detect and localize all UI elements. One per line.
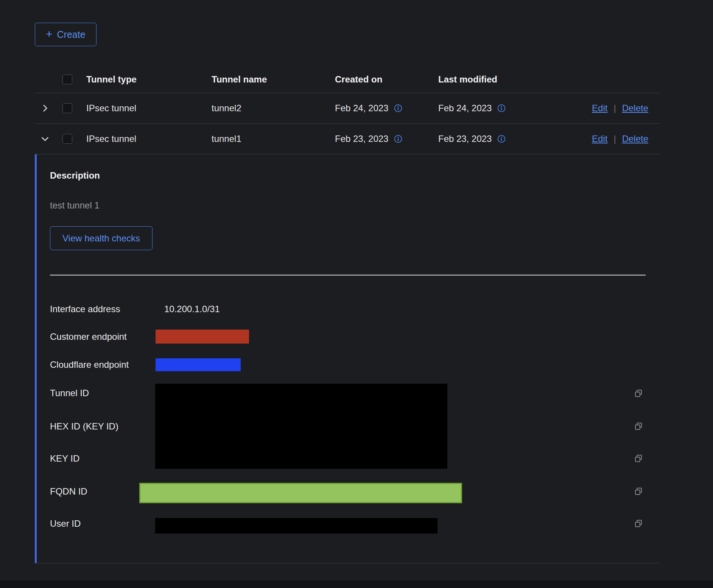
bottom-edge-strip <box>0 580 713 588</box>
fqdn-id-redacted-value <box>139 483 462 503</box>
user-id-label: User ID <box>50 518 81 529</box>
row-checkbox[interactable] <box>62 103 72 113</box>
hex-id-label: HEX ID (KEY ID) <box>50 421 118 432</box>
interface-address-label: Interface address <box>50 303 120 315</box>
created-on-cell: Feb 23, 2023 <box>335 134 388 144</box>
description-label: Description <box>50 154 660 182</box>
tunnel-name-cell: tunnel1 <box>212 134 335 144</box>
table-row: IPsec tunnel tunnel2 Feb 24, 2023 Feb 24… <box>35 93 660 124</box>
header-last-modified: Last modified <box>438 74 534 85</box>
header-tunnel-name: Tunnel name <box>212 74 335 85</box>
tunnel-name-cell: tunnel2 <box>212 103 335 114</box>
view-health-checks-button[interactable]: View health checks <box>50 226 153 250</box>
tunnel-id-label: Tunnel ID <box>50 387 89 399</box>
delete-link[interactable]: Delete <box>622 103 648 114</box>
ipsec-tunnels-page: + Create Tunnel type Tunnel name Created… <box>0 0 713 588</box>
created-on-cell: Feb 24, 2023 <box>335 103 388 114</box>
tunnel-fields: Interface address 10.200.1.0/31 Customer… <box>50 275 660 563</box>
copy-key-id-icon[interactable] <box>634 454 643 464</box>
tunnel-type-cell: IPsec tunnel <box>86 134 212 144</box>
header-tunnel-type: Tunnel type <box>86 74 212 85</box>
description-value: test tunnel 1 <box>50 200 660 211</box>
last-modified-cell: Feb 24, 2023 <box>438 103 492 114</box>
interface-address-value: 10.200.1.0/31 <box>164 303 220 315</box>
customer-endpoint-redacted-value <box>156 330 249 344</box>
tunnel-type-cell: IPsec tunnel <box>86 103 212 114</box>
action-separator: | <box>613 103 616 114</box>
tunnel-ids-redacted-block <box>155 384 447 469</box>
table-header-row: Tunnel type Tunnel name Created on Last … <box>35 66 660 93</box>
select-all-checkbox[interactable] <box>62 75 72 84</box>
info-icon[interactable] <box>394 104 403 113</box>
header-created-on: Created on <box>335 74 438 85</box>
copy-tunnel-id-icon[interactable] <box>634 389 643 398</box>
tunnel-detail-panel: Description test tunnel 1 View health ch… <box>35 154 660 563</box>
chevron-down-icon[interactable] <box>40 134 50 144</box>
action-separator: | <box>613 134 616 144</box>
cloudflare-endpoint-redacted-value <box>156 358 241 371</box>
last-modified-cell: Feb 23, 2023 <box>438 134 492 144</box>
table-row: IPsec tunnel tunnel1 Feb 23, 2023 Feb 23… <box>35 124 660 154</box>
info-icon[interactable] <box>394 134 403 143</box>
expanded-row-indicator <box>35 154 37 563</box>
row-checkbox[interactable] <box>62 134 72 144</box>
copy-user-id-icon[interactable] <box>634 519 643 529</box>
copy-fqdn-id-icon[interactable] <box>634 487 643 496</box>
user-id-redacted-value <box>155 518 437 534</box>
tunnels-table: Tunnel type Tunnel name Created on Last … <box>35 66 660 563</box>
create-button-label: Create <box>57 29 86 40</box>
plus-icon: + <box>46 28 53 40</box>
delete-link[interactable]: Delete <box>622 134 648 144</box>
info-icon[interactable] <box>497 134 506 143</box>
key-id-label: KEY ID <box>50 453 79 464</box>
fqdn-id-label: FQDN ID <box>50 486 87 497</box>
chevron-right-icon[interactable] <box>40 103 50 113</box>
create-button[interactable]: + Create <box>35 23 97 46</box>
select-all-cell <box>54 75 86 84</box>
info-icon[interactable] <box>497 104 506 113</box>
copy-hex-id-icon[interactable] <box>634 422 643 431</box>
cloudflare-endpoint-label: Cloudflare endpoint <box>50 359 129 370</box>
edit-link[interactable]: Edit <box>592 134 607 144</box>
edit-link[interactable]: Edit <box>592 103 607 114</box>
customer-endpoint-label: Customer endpoint <box>50 331 127 342</box>
